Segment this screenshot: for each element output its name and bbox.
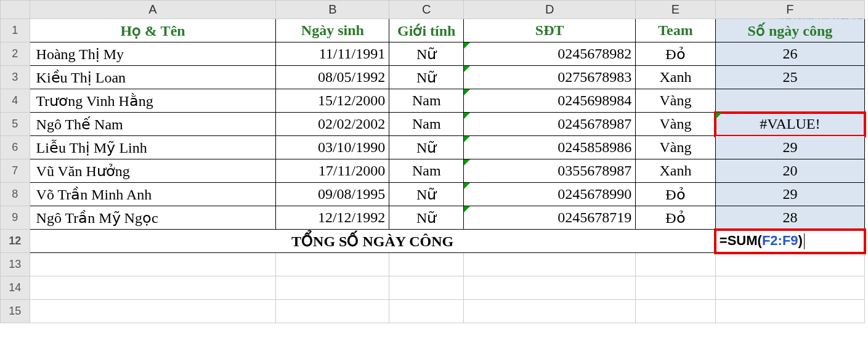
cell-name[interactable]: Võ Trần Minh Anh <box>30 183 276 206</box>
cell-team[interactable]: Vàng <box>636 113 716 136</box>
cell-phone[interactable]: 0275678983 <box>464 66 636 89</box>
cell-name[interactable]: Trương Vinh Hằng <box>30 89 276 113</box>
cell-phone[interactable]: 0245678987 <box>464 113 636 136</box>
empty-cell[interactable] <box>464 276 636 300</box>
cell-team[interactable]: Vàng <box>636 89 716 113</box>
row-header[interactable]: 5 <box>1 113 30 136</box>
cell-dob[interactable]: 09/08/1995 <box>276 183 389 206</box>
total-label-cell[interactable]: TỔNG SỐ NGÀY CÔNG <box>30 230 715 253</box>
cell-name[interactable]: Ngô Thế Nam <box>30 113 276 136</box>
spreadsheet-grid[interactable]: A B C D E F 1 Họ & Tên Ngày sinh Giới tí… <box>0 0 865 323</box>
header-workdays[interactable]: Số ngày công <box>715 19 864 42</box>
cell-dob[interactable]: 17/11/2000 <box>276 159 389 183</box>
header-dob[interactable]: Ngày sinh <box>276 19 389 42</box>
cell-workdays[interactable]: 26 <box>715 42 864 66</box>
cell-workdays-error[interactable]: #VALUE! <box>715 113 864 136</box>
empty-cell[interactable] <box>389 300 464 323</box>
cell-team[interactable]: Đỏ <box>636 206 716 230</box>
header-phone[interactable]: SĐT <box>464 19 636 42</box>
cell-team[interactable]: Đỏ <box>636 42 716 66</box>
empty-cell[interactable] <box>30 253 276 276</box>
cell-phone[interactable]: 0355678987 <box>464 159 636 183</box>
formula-editing-cell[interactable]: =SUM(F2:F9) <box>715 230 864 253</box>
cell-dob[interactable]: 11/11/1991 <box>276 42 389 66</box>
cell-workdays[interactable]: 20 <box>715 159 864 183</box>
row-header[interactable]: 12 <box>1 230 30 253</box>
cell-team[interactable]: Xanh <box>636 66 716 89</box>
cell-name[interactable]: Kiều Thị Loan <box>30 66 276 89</box>
empty-cell[interactable] <box>30 276 276 300</box>
cell-name[interactable]: Liễu Thị Mỹ Linh <box>30 136 276 159</box>
cell-name[interactable]: Ngô Trần Mỹ Ngọc <box>30 206 276 230</box>
col-header-D[interactable]: D <box>464 1 636 19</box>
cell-dob[interactable]: 12/12/1992 <box>276 206 389 230</box>
cell-gender[interactable]: Nam <box>389 113 464 136</box>
cell-workdays[interactable] <box>715 89 864 113</box>
cell-phone[interactable]: 0245678719 <box>464 206 636 230</box>
empty-cell[interactable] <box>464 300 636 323</box>
col-header-A[interactable]: A <box>30 1 276 19</box>
cell-dob[interactable]: 02/02/2002 <box>276 113 389 136</box>
cell-team[interactable]: Xanh <box>636 159 716 183</box>
cell-dob[interactable]: 08/05/1992 <box>276 66 389 89</box>
row-header[interactable]: 1 <box>1 19 30 42</box>
header-name[interactable]: Họ & Tên <box>30 19 276 42</box>
cell-workdays[interactable]: 28 <box>715 206 864 230</box>
table-row: 9 Ngô Trần Mỹ Ngọc 12/12/1992 Nữ 0245678… <box>1 206 865 230</box>
cell-gender[interactable]: Nữ <box>389 206 464 230</box>
row-header[interactable]: 14 <box>1 276 30 300</box>
cell-workdays[interactable]: 29 <box>715 183 864 206</box>
empty-row: 13 <box>1 253 865 276</box>
table-row: 8 Võ Trần Minh Anh 09/08/1995 Nữ 0245678… <box>1 183 865 206</box>
cell-gender[interactable]: Nữ <box>389 66 464 89</box>
cell-phone[interactable]: 0245858986 <box>464 136 636 159</box>
row-header[interactable]: 2 <box>1 42 30 66</box>
header-team[interactable]: Team <box>636 19 716 42</box>
empty-cell[interactable] <box>636 253 716 276</box>
empty-cell[interactable] <box>276 300 389 323</box>
cell-team[interactable]: Đỏ <box>636 183 716 206</box>
cell-name[interactable]: Hoàng Thị My <box>30 42 276 66</box>
row-header[interactable]: 6 <box>1 136 30 159</box>
empty-cell[interactable] <box>276 276 389 300</box>
empty-cell[interactable] <box>715 276 864 300</box>
cell-phone[interactable]: 0245698984 <box>464 89 636 113</box>
empty-cell[interactable] <box>276 253 389 276</box>
empty-cell[interactable] <box>715 253 864 276</box>
row-header[interactable]: 8 <box>1 183 30 206</box>
col-header-C[interactable]: C <box>389 1 464 19</box>
cell-gender[interactable]: Nữ <box>389 136 464 159</box>
cell-phone[interactable]: 0245678990 <box>464 183 636 206</box>
cell-gender[interactable]: Nữ <box>389 42 464 66</box>
cell-gender[interactable]: Nữ <box>389 183 464 206</box>
row-header[interactable]: 7 <box>1 159 30 183</box>
cell-dob[interactable]: 03/10/1990 <box>276 136 389 159</box>
col-header-E[interactable]: E <box>636 1 716 19</box>
row-header[interactable]: 4 <box>1 89 30 113</box>
cell-dob[interactable]: 15/12/2000 <box>276 89 389 113</box>
cell-workdays[interactable]: 25 <box>715 66 864 89</box>
col-header-F[interactable]: F <box>715 1 864 19</box>
empty-cell[interactable] <box>636 300 716 323</box>
empty-cell[interactable] <box>464 253 636 276</box>
row-header[interactable]: 15 <box>1 300 30 323</box>
cell-team[interactable]: Vàng <box>636 136 716 159</box>
row-header[interactable]: 13 <box>1 253 30 276</box>
text-cursor <box>804 233 805 249</box>
cell-phone[interactable]: 0245678982 <box>464 42 636 66</box>
empty-cell[interactable] <box>636 276 716 300</box>
row-header[interactable]: 9 <box>1 206 30 230</box>
empty-cell[interactable] <box>30 300 276 323</box>
cell-name[interactable]: Vũ Văn Hưởng <box>30 159 276 183</box>
cell-workdays[interactable]: 29 <box>715 136 864 159</box>
header-gender[interactable]: Giới tính <box>389 19 464 42</box>
cell-gender[interactable]: Nam <box>389 89 464 113</box>
empty-cell[interactable] <box>389 276 464 300</box>
row-header[interactable]: 3 <box>1 66 30 89</box>
empty-row: 14 <box>1 276 865 300</box>
col-header-B[interactable]: B <box>276 1 389 19</box>
select-all-corner[interactable] <box>1 1 30 19</box>
empty-cell[interactable] <box>715 300 864 323</box>
cell-gender[interactable]: Nam <box>389 159 464 183</box>
empty-cell[interactable] <box>389 253 464 276</box>
